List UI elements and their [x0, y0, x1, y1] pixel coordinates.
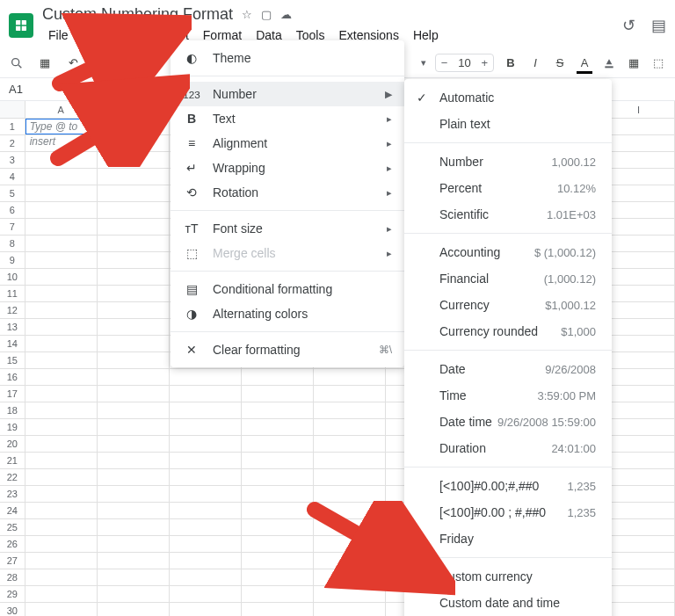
menu-view[interactable]: View: [112, 25, 150, 45]
cell[interactable]: [314, 603, 386, 616]
cell[interactable]: [98, 536, 170, 552]
cell[interactable]: [98, 169, 170, 185]
cell[interactable]: [603, 202, 675, 218]
row-header[interactable]: 10: [0, 269, 25, 285]
row-header[interactable]: 26: [0, 536, 25, 552]
row-header[interactable]: 16: [0, 369, 25, 385]
star-icon[interactable]: ☆: [242, 8, 252, 21]
row-header[interactable]: 20: [0, 436, 25, 452]
cell[interactable]: [25, 202, 98, 218]
cell[interactable]: [98, 553, 170, 569]
cell[interactable]: [603, 252, 675, 268]
cell[interactable]: [242, 386, 314, 402]
cell[interactable]: [242, 402, 314, 418]
cell[interactable]: [314, 402, 386, 418]
cell[interactable]: [603, 453, 675, 468]
row-header[interactable]: 22: [0, 469, 25, 485]
cell[interactable]: [242, 469, 314, 485]
cell[interactable]: [242, 603, 314, 616]
col-header[interactable]: B: [98, 101, 170, 118]
cell[interactable]: [170, 419, 242, 435]
number-item[interactable]: Time3:59:00 PM: [404, 382, 612, 409]
cell[interactable]: [242, 453, 314, 468]
cell[interactable]: [170, 436, 242, 452]
cell[interactable]: [170, 503, 242, 518]
cell[interactable]: [25, 402, 98, 418]
cell[interactable]: [98, 453, 170, 468]
row-header[interactable]: 21: [0, 453, 25, 468]
cell[interactable]: [98, 336, 170, 351]
cell[interactable]: [25, 252, 98, 268]
cell[interactable]: [170, 569, 242, 585]
menu-edit[interactable]: Edit: [76, 25, 110, 45]
number-item[interactable]: Accounting$ (1,000.12): [404, 239, 612, 265]
number-item[interactable]: Financial(1,000.12): [404, 265, 612, 292]
cell[interactable]: [603, 486, 675, 502]
col-header[interactable]: A: [25, 101, 98, 118]
select-all-corner[interactable]: [0, 101, 25, 118]
cell[interactable]: [170, 486, 242, 502]
cell[interactable]: [170, 469, 242, 485]
row-header[interactable]: 11: [0, 286, 25, 301]
cell[interactable]: [314, 469, 386, 485]
menu-item-alignment[interactable]: ≡ Alignment ▸: [171, 131, 404, 156]
row-header[interactable]: 28: [0, 569, 25, 585]
cell[interactable]: [25, 436, 98, 452]
cell[interactable]: [25, 486, 98, 502]
row-header[interactable]: 19: [0, 419, 25, 435]
cell[interactable]: [25, 569, 98, 585]
cell[interactable]: [603, 269, 675, 285]
cell[interactable]: [25, 302, 98, 318]
number-item[interactable]: Date time9/26/2008 15:59:00: [404, 409, 612, 435]
number-item[interactable]: [<100]#0.00 ; #,##01,235: [404, 499, 612, 525]
cell[interactable]: [170, 603, 242, 616]
cell[interactable]: [242, 436, 314, 452]
row-header[interactable]: 9: [0, 252, 25, 268]
cell[interactable]: [603, 336, 675, 351]
cell[interactable]: [314, 436, 386, 452]
cell[interactable]: [98, 436, 170, 452]
cell[interactable]: [603, 352, 675, 368]
cell[interactable]: [603, 519, 675, 535]
cell[interactable]: [242, 519, 314, 535]
cell[interactable]: [314, 453, 386, 468]
row-header[interactable]: 7: [0, 219, 25, 235]
cell[interactable]: [98, 352, 170, 368]
cell[interactable]: [314, 519, 386, 535]
font-size-increase-button[interactable]: +: [475, 54, 493, 71]
cell[interactable]: [98, 386, 170, 402]
undo-icon[interactable]: ↶: [65, 55, 81, 71]
cell[interactable]: [603, 419, 675, 435]
font-size-decrease-button[interactable]: −: [436, 54, 454, 71]
cell[interactable]: [603, 219, 675, 235]
cell[interactable]: [603, 286, 675, 301]
cell[interactable]: [603, 236, 675, 251]
cell[interactable]: [314, 369, 386, 385]
cell[interactable]: [603, 369, 675, 385]
cell[interactable]: [242, 369, 314, 385]
font-size-value[interactable]: 10: [453, 56, 475, 69]
fill-color-button[interactable]: [601, 55, 617, 71]
cell[interactable]: [242, 553, 314, 569]
cell[interactable]: [25, 469, 98, 485]
cell[interactable]: [170, 402, 242, 418]
cell[interactable]: [25, 503, 98, 518]
row-header[interactable]: 23: [0, 486, 25, 502]
cell[interactable]: [98, 219, 170, 235]
cell[interactable]: [242, 486, 314, 502]
cell[interactable]: [98, 419, 170, 435]
cell[interactable]: [98, 586, 170, 602]
row-header[interactable]: 14: [0, 336, 25, 351]
move-folder-icon[interactable]: ▢: [261, 8, 272, 21]
menu-item-number[interactable]: 123 Number ▶: [171, 82, 404, 106]
cell[interactable]: [25, 169, 98, 185]
number-item[interactable]: Custom currency: [404, 563, 612, 590]
search-icon[interactable]: [9, 55, 25, 71]
cell[interactable]: [98, 236, 170, 251]
row-header[interactable]: 13: [0, 319, 25, 335]
cell[interactable]: [242, 536, 314, 552]
number-item[interactable]: Currency$1,000.12: [404, 292, 612, 318]
cell[interactable]: [25, 386, 98, 402]
row-header[interactable]: 12: [0, 302, 25, 318]
cell[interactable]: [25, 352, 98, 368]
